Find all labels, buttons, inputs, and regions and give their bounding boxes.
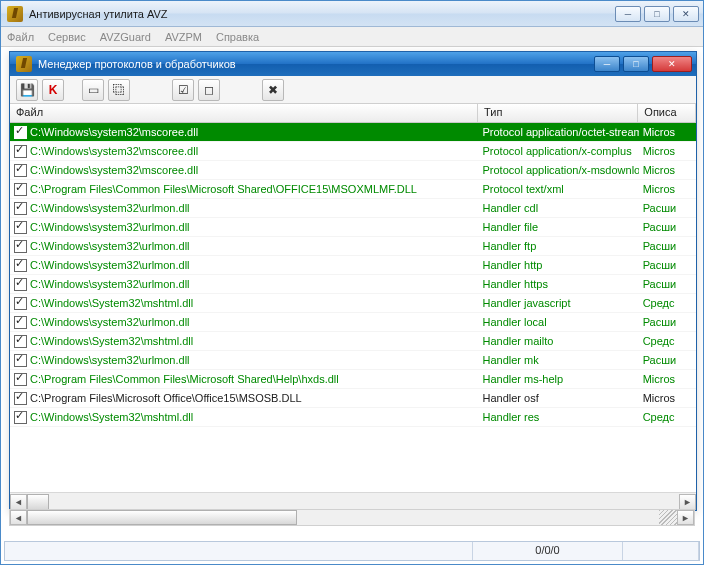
row-checkbox[interactable]: [14, 354, 27, 367]
child-maximize-button[interactable]: □: [623, 56, 649, 72]
table-row[interactable]: C:\Program Files\Microsoft Office\Office…: [10, 389, 696, 408]
main-hscrollbar[interactable]: ◄ ►: [9, 509, 695, 526]
kav-button[interactable]: K: [42, 79, 64, 101]
scroll-left-icon[interactable]: ◄: [10, 510, 27, 525]
scroll-thumb[interactable]: [27, 494, 49, 510]
table-row[interactable]: C:\Windows\system32\urlmon.dllHandler fi…: [10, 218, 696, 237]
doc-button[interactable]: ▭: [82, 79, 104, 101]
file-path: C:\Windows\system32\urlmon.dll: [30, 354, 190, 366]
col-desc[interactable]: Описа: [638, 104, 696, 122]
table-row[interactable]: C:\Windows\system32\urlmon.dllHandler ht…: [10, 275, 696, 294]
menu-avzguard[interactable]: AVZGuard: [100, 31, 151, 43]
delete-button[interactable]: ✖: [262, 79, 284, 101]
row-desc: Расши: [639, 221, 696, 233]
save-button[interactable]: 💾: [16, 79, 38, 101]
maximize-button[interactable]: □: [644, 6, 670, 22]
table-row[interactable]: C:\Windows\system32\urlmon.dllHandler lo…: [10, 313, 696, 332]
table-row[interactable]: C:\Windows\system32\urlmon.dllHandler ht…: [10, 256, 696, 275]
child-close-button[interactable]: ✕: [652, 56, 692, 72]
table-row[interactable]: C:\Program Files\Common Files\Microsoft …: [10, 180, 696, 199]
uncheck-icon: ◻: [204, 83, 214, 97]
file-path: C:\Windows\system32\urlmon.dll: [30, 259, 190, 271]
row-type: Protocol application/octet-stream: [478, 126, 638, 138]
row-checkbox[interactable]: [14, 278, 27, 291]
table-hscrollbar[interactable]: ◄ ►: [10, 492, 696, 510]
table-row[interactable]: C:\Windows\system32\mscoree.dllProtocol …: [10, 161, 696, 180]
row-desc: Micros: [639, 392, 696, 404]
file-path: C:\Windows\system32\mscoree.dll: [30, 145, 198, 157]
col-file[interactable]: Файл: [10, 104, 478, 122]
row-type: Handler https: [478, 278, 638, 290]
row-checkbox[interactable]: [14, 392, 27, 405]
status-cell-1: [5, 542, 473, 560]
file-path: C:\Program Files\Common Files\Microsoft …: [30, 183, 417, 195]
menu-service[interactable]: Сервис: [48, 31, 86, 43]
row-type: Handler local: [478, 316, 638, 328]
close-button[interactable]: ✕: [673, 6, 699, 22]
row-checkbox[interactable]: [14, 335, 27, 348]
child-window: Менеджер протоколов и обработчиков ─ □ ✕…: [9, 51, 697, 511]
scroll-thumb[interactable]: [27, 510, 297, 525]
table-row[interactable]: C:\Windows\System32\mshtml.dllHandler re…: [10, 408, 696, 427]
save-icon: 💾: [20, 83, 35, 97]
table-row[interactable]: C:\Windows\System32\mshtml.dllHandler ma…: [10, 332, 696, 351]
menu-help[interactable]: Справка: [216, 31, 259, 43]
col-type[interactable]: Тип: [478, 104, 638, 122]
main-title: Антивирусная утилита AVZ: [29, 8, 609, 20]
file-path: C:\Windows\System32\mshtml.dll: [30, 297, 193, 309]
row-checkbox[interactable]: [14, 221, 27, 234]
row-type: Protocol application/x-msdownload: [478, 164, 638, 176]
scroll-right-icon[interactable]: ►: [677, 510, 694, 525]
app-icon: [16, 56, 32, 72]
row-desc: Расши: [639, 354, 696, 366]
table-row[interactable]: C:\Windows\system32\mscoree.dllProtocol …: [10, 123, 696, 142]
row-checkbox[interactable]: [14, 316, 27, 329]
menu-avzpm[interactable]: AVZPM: [165, 31, 202, 43]
toolbar: 💾 K ▭ ⿻ ☑ ◻ ✖: [10, 76, 696, 104]
app-icon: [7, 6, 23, 22]
row-type: Handler ms-help: [478, 373, 638, 385]
check-all-button[interactable]: ☑: [172, 79, 194, 101]
row-checkbox[interactable]: [14, 164, 27, 177]
row-type: Handler mailto: [478, 335, 638, 347]
row-desc: Micros: [639, 373, 696, 385]
row-desc: Micros: [639, 164, 696, 176]
minimize-button[interactable]: ─: [615, 6, 641, 22]
statusbar: 0/0/0: [4, 541, 700, 561]
table-row[interactable]: C:\Windows\system32\urlmon.dllHandler cd…: [10, 199, 696, 218]
table-row[interactable]: C:\Windows\system32\urlmon.dllHandler mk…: [10, 351, 696, 370]
table-row[interactable]: C:\Windows\system32\mscoree.dllProtocol …: [10, 142, 696, 161]
row-checkbox[interactable]: [14, 240, 27, 253]
scroll-left-icon[interactable]: ◄: [10, 494, 27, 510]
scroll-track[interactable]: [27, 494, 679, 510]
row-checkbox[interactable]: [14, 145, 27, 158]
table-row[interactable]: C:\Windows\System32\mshtml.dllHandler ja…: [10, 294, 696, 313]
row-desc: Micros: [639, 126, 696, 138]
row-type: Handler mk: [478, 354, 638, 366]
row-checkbox[interactable]: [14, 183, 27, 196]
doc-icon: ▭: [88, 83, 99, 97]
copy-icon: ⿻: [113, 83, 125, 97]
table-row[interactable]: C:\Program Files\Common Files\Microsoft …: [10, 370, 696, 389]
table-row[interactable]: C:\Windows\system32\urlmon.dllHandler ft…: [10, 237, 696, 256]
child-titlebar[interactable]: Менеджер протоколов и обработчиков ─ □ ✕: [10, 52, 696, 76]
row-checkbox[interactable]: [14, 411, 27, 424]
row-checkbox[interactable]: [14, 126, 27, 139]
row-checkbox[interactable]: [14, 259, 27, 272]
menu-file[interactable]: Файл: [7, 31, 34, 43]
copy-button[interactable]: ⿻: [108, 79, 130, 101]
file-path: C:\Program Files\Microsoft Office\Office…: [30, 392, 302, 404]
uncheck-all-button[interactable]: ◻: [198, 79, 220, 101]
check-icon: ☑: [178, 83, 189, 97]
child-title: Менеджер протоколов и обработчиков: [38, 58, 588, 70]
resize-grip-icon[interactable]: [659, 510, 677, 525]
main-titlebar[interactable]: Антивирусная утилита AVZ ─ □ ✕: [1, 1, 703, 27]
row-desc: Расши: [639, 259, 696, 271]
file-path: C:\Program Files\Common Files\Microsoft …: [30, 373, 339, 385]
child-minimize-button[interactable]: ─: [594, 56, 620, 72]
scroll-right-icon[interactable]: ►: [679, 494, 696, 510]
row-checkbox[interactable]: [14, 297, 27, 310]
scroll-track[interactable]: [27, 510, 659, 525]
row-checkbox[interactable]: [14, 373, 27, 386]
row-checkbox[interactable]: [14, 202, 27, 215]
